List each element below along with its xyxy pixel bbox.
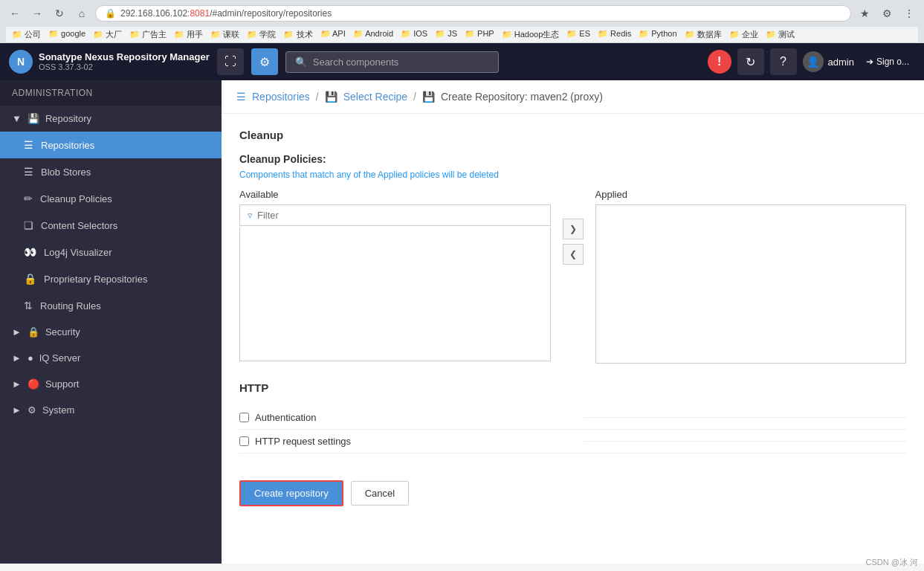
alert-icon[interactable]: ! xyxy=(708,50,731,74)
bookmark-yongshou[interactable]: 📁 用手 xyxy=(174,29,203,40)
http-request-row[interactable]: HTTP request settings xyxy=(239,430,906,454)
bookmark-api[interactable]: 📁 API xyxy=(320,29,346,40)
bookmarks-bar: 📁 公司 📁 google 📁 大厂 📁 广告主 📁 用手 📁 课联 📁 学院 … xyxy=(6,27,918,43)
bookmark-database[interactable]: 📁 数据库 xyxy=(685,29,722,40)
extensions-button[interactable]: ⚙ xyxy=(878,4,896,22)
applied-list-box[interactable] xyxy=(595,204,907,364)
bookmark-android[interactable]: 📁 Android xyxy=(353,29,393,40)
support-group[interactable]: ► 🔴 Support xyxy=(0,371,222,397)
repositories-icon: ☰ xyxy=(24,139,33,151)
bookmark-enterprise[interactable]: 📁 企业 xyxy=(729,29,758,40)
cancel-button[interactable]: Cancel xyxy=(351,481,409,506)
system-label: System xyxy=(42,404,74,416)
sidebar-item-repositories[interactable]: ☰ Repositories xyxy=(0,132,222,158)
available-column: Available ▿ xyxy=(239,189,551,361)
home-button[interactable]: ⌂ xyxy=(73,4,91,22)
breadcrumb-sep-1: / xyxy=(316,91,319,103)
bookmark-hadoop[interactable]: 📁 Hadoop生态 xyxy=(502,29,560,40)
transfer-right-button[interactable]: ❯ xyxy=(563,219,584,239)
bookmark-redis[interactable]: 📁 Redis xyxy=(598,29,631,40)
cleanup-section-title: Cleanup xyxy=(239,129,906,141)
security-label: Security xyxy=(45,326,80,338)
content-selectors-label: Content Selectors xyxy=(41,220,117,231)
repository-label: Repository xyxy=(45,113,91,124)
repositories-label: Repositories xyxy=(41,140,94,151)
form-content: Cleanup Cleanup Policies: Components tha… xyxy=(222,114,924,468)
create-repository-button[interactable]: Create repository xyxy=(239,480,343,506)
bookmark-company[interactable]: 📁 公司 xyxy=(12,29,41,40)
refresh-button[interactable]: ↻ xyxy=(737,48,764,75)
available-list-box[interactable] xyxy=(239,228,551,361)
help-button[interactable]: ? xyxy=(770,48,797,75)
search-bar[interactable]: 🔍 xyxy=(285,51,499,73)
bookmark-ios[interactable]: 📁 IOS xyxy=(401,29,427,40)
filter-input-container[interactable]: ▿ xyxy=(239,204,551,226)
sign-out-button[interactable]: ➔ Sign o... xyxy=(860,54,915,70)
sidebar-item-routing-rules[interactable]: ⇅ Routing Rules xyxy=(0,292,222,319)
sidebar-item-cleanup-policies[interactable]: ✏ Cleanup Policies xyxy=(0,185,222,212)
iq-icon: ● xyxy=(28,352,33,364)
http-request-checkbox[interactable] xyxy=(239,436,249,446)
bookmark-kelian[interactable]: 📁 课联 xyxy=(210,29,239,40)
administration-header: Administration xyxy=(0,80,222,106)
brand-logo: N xyxy=(9,50,33,74)
authentication-label: Authentication xyxy=(255,412,578,423)
sidebar-item-blob-stores[interactable]: ☰ Blob Stores xyxy=(0,158,222,185)
search-icon: 🔍 xyxy=(295,57,307,68)
bookmark-es[interactable]: 📁 ES xyxy=(566,29,590,40)
security-group[interactable]: ► 🔒 Security xyxy=(0,319,222,345)
forward-button[interactable]: → xyxy=(28,4,46,22)
repositories-breadcrumb-icon: ☰ xyxy=(236,91,246,103)
back-button[interactable]: ← xyxy=(6,4,24,22)
chevron-down-icon: ▼ xyxy=(12,113,22,124)
browse-button[interactable]: ⛶ xyxy=(217,48,244,75)
repository-group[interactable]: ▼ 💾 Repository xyxy=(0,106,222,132)
bookmark-google[interactable]: 📁 google xyxy=(48,29,85,40)
breadcrumb-select-recipe[interactable]: Select Recipe xyxy=(343,91,407,103)
bookmark-dachang[interactable]: 📁 大厂 xyxy=(93,29,122,40)
security-icon: 🔒 xyxy=(28,326,39,338)
support-chevron-icon: ► xyxy=(12,378,22,390)
bookmark-adhost[interactable]: 📁 广告主 xyxy=(129,29,167,40)
username: admin xyxy=(828,57,854,68)
transfer-left-button[interactable]: ❮ xyxy=(563,244,584,265)
routing-label: Routing Rules xyxy=(40,300,101,312)
sidebar-item-proprietary-repos[interactable]: 🔒 Proprietary Repositories xyxy=(0,265,222,292)
applied-column: Applied xyxy=(595,189,907,364)
support-icon: 🔴 xyxy=(28,378,39,390)
authentication-row[interactable]: Authentication xyxy=(239,406,906,430)
http-section-title: HTTP xyxy=(239,381,906,394)
authentication-checkbox[interactable] xyxy=(239,413,249,422)
available-label: Available xyxy=(239,189,551,200)
bookmark-xueyuan[interactable]: 📁 学院 xyxy=(247,29,276,40)
content-selectors-icon: ❏ xyxy=(24,219,33,231)
sidebar-item-log4j[interactable]: 👀 Log4j Visualizer xyxy=(0,239,222,265)
breadcrumb-repositories[interactable]: Repositories xyxy=(252,91,310,103)
search-input[interactable] xyxy=(313,57,489,68)
select-recipe-icon: 💾 xyxy=(325,91,337,103)
iq-server-group[interactable]: ► ● IQ Server xyxy=(0,345,222,371)
applied-label: Applied xyxy=(595,189,907,200)
settings-button[interactable]: ⚙ xyxy=(251,48,278,75)
filter-text-input[interactable] xyxy=(257,210,543,221)
bookmark-php[interactable]: 📁 PHP xyxy=(465,29,494,40)
breadcrumb-current: Create Repository: maven2 (proxy) xyxy=(441,91,603,103)
routing-icon: ⇅ xyxy=(24,300,33,312)
more-button[interactable]: ⋮ xyxy=(900,4,918,22)
bookmark-button[interactable]: ★ xyxy=(856,4,873,22)
authentication-divider xyxy=(584,417,906,418)
system-group[interactable]: ► ⚙ System xyxy=(0,397,222,423)
sidebar-item-content-selectors[interactable]: ❏ Content Selectors xyxy=(0,212,222,239)
sidebar: Administration ▼ 💾 Repository ☰ Reposito… xyxy=(0,80,222,564)
breadcrumb: ☰ Repositories / 💾 Select Recipe / 💾 Cre… xyxy=(222,80,924,114)
user-menu[interactable]: 👤 admin xyxy=(803,51,854,72)
address-bar[interactable]: 🔒 292.168.106.102:8081/#admin/repository… xyxy=(95,5,851,22)
bookmark-test[interactable]: 📁 测试 xyxy=(766,29,795,40)
bookmark-js[interactable]: 📁 JS xyxy=(435,29,457,40)
support-label: Support xyxy=(45,378,80,390)
brand-name: Sonatype Nexus Repository Manager xyxy=(39,51,210,63)
bookmark-python[interactable]: 📁 Python xyxy=(639,29,676,40)
reload-button[interactable]: ↻ xyxy=(51,4,68,22)
bookmark-jishu[interactable]: 📁 技术 xyxy=(283,29,312,40)
log4j-icon: 👀 xyxy=(24,246,36,258)
